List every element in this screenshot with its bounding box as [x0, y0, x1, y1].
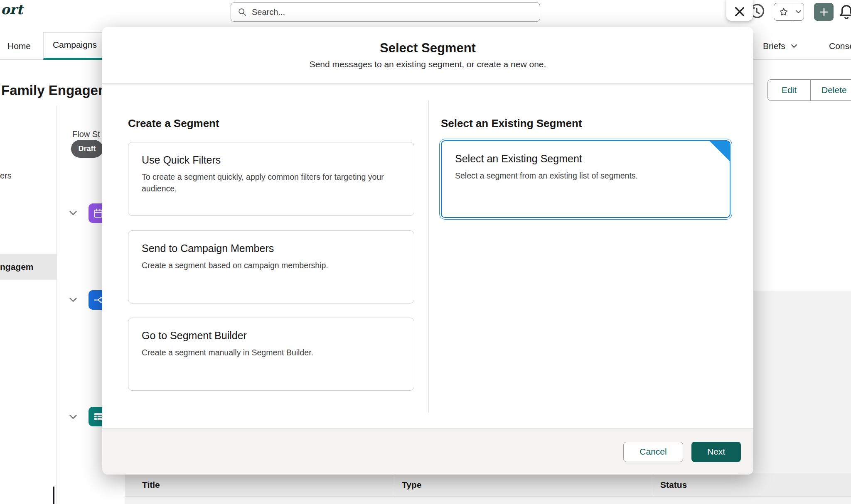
favorites-button-group[interactable] [774, 3, 804, 21]
favorites-dropdown-icon[interactable] [793, 3, 804, 20]
table-header-status[interactable]: Status [660, 473, 687, 497]
sidebar-item-active-label: ngagem [0, 262, 34, 272]
delete-button[interactable]: Delete [811, 79, 851, 101]
card-description: Create a segment based on campaign membe… [142, 260, 387, 272]
page-title: Family Engagem [1, 83, 110, 98]
status-badge: Draft [71, 140, 103, 158]
column-divider [395, 473, 395, 497]
card-title: Go to Segment Builder [142, 330, 401, 342]
create-segment-heading: Create a Segment [128, 117, 219, 130]
flow-status-label: Flow St [72, 130, 100, 139]
option-card-campaign-members[interactable]: Send to Campaign Members Create a segmen… [128, 230, 414, 303]
modal-footer: Cancel Next [102, 428, 753, 475]
plus-icon [819, 7, 829, 17]
modal-title: Select Segment [102, 41, 753, 56]
record-actions: Edit Delete [767, 79, 851, 101]
nav-item-home[interactable]: Home [7, 32, 31, 59]
option-card-existing-segment-selected[interactable]: Select an Existing Segment Select a segm… [441, 140, 730, 218]
card-title: Use Quick Filters [142, 154, 401, 166]
card-description: Select a segment from an existing list o… [455, 170, 700, 182]
table-header-title[interactable]: Title [142, 473, 160, 497]
cancel-button[interactable]: Cancel [623, 442, 683, 462]
card-title: Send to Campaign Members [142, 242, 401, 254]
modal-subtitle: Send messages to an existing segment, or… [102, 59, 753, 69]
column-divider [653, 473, 653, 497]
search-icon [238, 7, 247, 17]
chevron-down-icon[interactable] [69, 297, 77, 303]
option-card-quick-filters[interactable]: Use Quick Filters To create a segment qu… [128, 142, 414, 216]
card-description: Create a segment manually in Segment Bui… [142, 347, 387, 359]
edit-button[interactable]: Edit [767, 79, 811, 101]
card-description: To create a segment quickly, apply commo… [142, 171, 387, 194]
chevron-down-icon[interactable] [69, 414, 77, 420]
modal-header: Select Segment Send messages to an exist… [102, 27, 753, 84]
chevron-down-icon[interactable] [69, 210, 77, 216]
select-segment-modal: Select Segment Send messages to an exist… [102, 27, 753, 475]
option-card-segment-builder[interactable]: Go to Segment Builder Create a segment m… [128, 318, 414, 391]
search-placeholder: Search... [252, 7, 285, 17]
table-header-row [125, 473, 851, 497]
global-create-button[interactable] [814, 3, 834, 21]
sidebar-item[interactable]: ers [0, 171, 12, 181]
nav-item-consent[interactable]: Consent [829, 32, 851, 59]
chevron-down-icon [791, 44, 797, 48]
sidebar-item-active[interactable]: ngagem [0, 254, 57, 280]
flow-connector-line [53, 487, 54, 504]
nav-item-briefs-label: Briefs [763, 41, 785, 51]
existing-segment-heading: Select an Existing Segment [441, 117, 582, 130]
column-divider [428, 100, 429, 413]
close-icon [733, 5, 746, 18]
card-title: Select an Existing Segment [455, 153, 716, 165]
modal-close-button[interactable] [726, 0, 753, 21]
global-search-input[interactable]: Search... [231, 2, 540, 22]
app-logo[interactable]: ort [1, 2, 23, 17]
nav-item-briefs[interactable]: Briefs [763, 32, 797, 59]
next-button[interactable]: Next [691, 442, 741, 462]
selected-corner-icon [710, 141, 730, 161]
left-sidebar [0, 106, 57, 504]
table-header-type[interactable]: Type [402, 473, 421, 497]
nav-item-campaigns[interactable]: Campaigns [43, 32, 106, 60]
notifications-bell-icon[interactable] [838, 3, 851, 21]
favorite-star-icon[interactable] [774, 3, 793, 20]
modal-body: Create a Segment Select an Existing Segm… [102, 84, 753, 428]
